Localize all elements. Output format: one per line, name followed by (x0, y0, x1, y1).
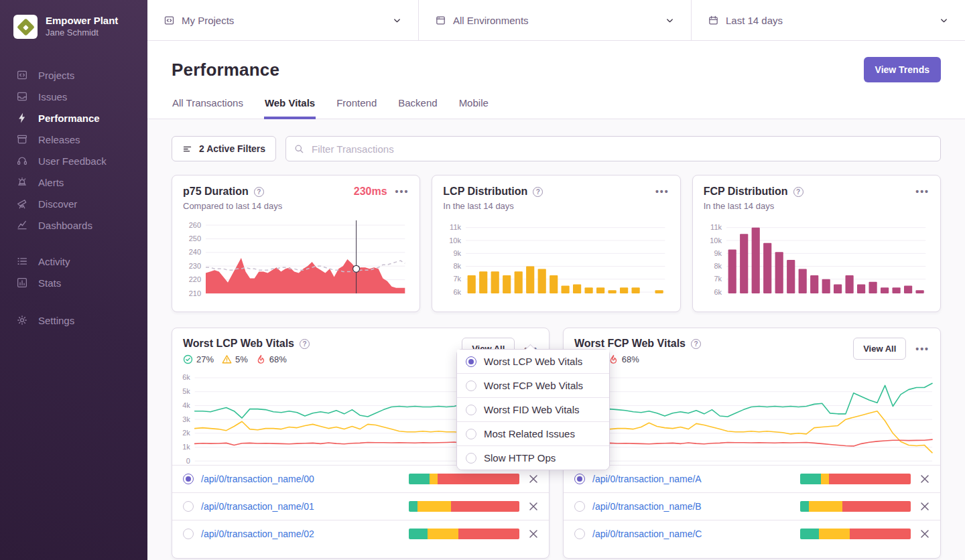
sidebar-item-performance[interactable]: Performance (0, 107, 147, 129)
lcp-distribution-chart[interactable]: 11k10k9k8k7k6k (443, 218, 669, 297)
view-all-button[interactable]: View All (853, 338, 906, 360)
org-switcher[interactable]: Empower Plant Jane Schmidt (0, 0, 147, 46)
alerts-icon (16, 176, 28, 188)
sidebar-item-user-feedback[interactable]: User Feedback (0, 150, 147, 171)
close-icon[interactable] (529, 529, 538, 539)
worst-fcp-card: Worst FCP Web Vitals ? 5% 68% (563, 328, 941, 559)
tab-backend[interactable]: Backend (397, 93, 438, 119)
card-subtitle: In the last 14 days (443, 201, 669, 211)
fire-icon (256, 354, 266, 364)
sidebar-item-projects[interactable]: Projects (0, 64, 147, 86)
environment-filter-dropdown[interactable]: All Environments (419, 0, 692, 40)
help-icon[interactable]: ? (254, 187, 264, 197)
tab-all-transactions[interactable]: All Transactions (172, 93, 244, 119)
sidebar-item-label: Projects (38, 70, 74, 81)
p75-duration-chart[interactable]: 260250240230220210 (183, 218, 409, 297)
main-area: My Projects All Environments Last 14 day… (147, 0, 965, 560)
row-radio[interactable] (574, 501, 585, 512)
sidebar-nav: Projects Issues Performance Releases Use… (0, 64, 147, 331)
svg-text:11k: 11k (450, 223, 461, 231)
row-radio[interactable] (574, 474, 585, 484)
vitals-badges: 27% 5% 68% (183, 354, 310, 364)
more-options-button[interactable]: ••• (655, 187, 669, 196)
chevron-down-icon (392, 15, 402, 25)
sidebar-item-activity[interactable]: Activity (0, 251, 147, 272)
card-title: Worst FCP Web Vitals (574, 338, 686, 350)
lcp-distribution-card: LCP Distribution ? ••• In the last 14 da… (432, 175, 680, 312)
dashboards-icon (16, 219, 28, 231)
stats-icon (16, 277, 28, 289)
menu-radio (466, 429, 476, 439)
more-options-button[interactable]: ••• (395, 187, 409, 196)
sidebar-item-label: Alerts (38, 177, 64, 188)
svg-text:5k: 5k (182, 387, 190, 395)
svg-text:9k: 9k (714, 249, 722, 257)
close-icon[interactable] (920, 529, 929, 539)
user-feedback-icon (16, 155, 28, 167)
sidebar-item-label: User Feedback (38, 155, 107, 167)
more-options-button[interactable]: ••• (915, 344, 929, 354)
help-icon[interactable]: ? (691, 339, 701, 349)
transaction-link[interactable]: /api/0/transaction_name/01 (201, 501, 314, 512)
row-radio[interactable] (574, 529, 585, 539)
sidebar-item-stats[interactable]: Stats (0, 272, 147, 293)
filter-icon (182, 144, 192, 154)
sidebar-item-issues[interactable]: Issues (0, 86, 147, 107)
vitals-distribution-bar (800, 529, 911, 539)
help-icon[interactable]: ? (793, 187, 803, 197)
menu-item-worst-fcp[interactable]: Worst FCP Web Vitals (457, 373, 609, 397)
svg-text:2k: 2k (182, 429, 190, 437)
row-radio[interactable] (183, 529, 194, 539)
menu-item-worst-fid[interactable]: Worst FID Web Vitals (457, 397, 609, 421)
transaction-link[interactable]: /api/0/transaction_name/C (592, 529, 702, 539)
row-radio[interactable] (183, 501, 194, 512)
sidebar-item-settings[interactable]: Settings (0, 309, 147, 331)
transaction-link[interactable]: /api/0/transaction_name/00 (201, 474, 314, 484)
project-filter-dropdown[interactable]: My Projects (147, 0, 419, 40)
sidebar-item-dashboards[interactable]: Dashboards (0, 214, 147, 236)
row-radio[interactable] (183, 474, 194, 484)
topbar: My Projects All Environments Last 14 day… (147, 0, 965, 41)
discover-icon (16, 198, 28, 210)
menu-item-slow-http-ops[interactable]: Slow HTTP Ops (457, 445, 609, 470)
meh-badge: 5% (222, 354, 248, 364)
fcp-distribution-chart[interactable]: 11k10k9k8k7k6k (704, 218, 929, 297)
menu-item-worst-lcp[interactable]: Worst LCP Web Vitals (457, 350, 609, 373)
date-range-dropdown[interactable]: Last 14 days (692, 0, 965, 40)
close-icon[interactable] (529, 502, 538, 511)
sidebar-item-discover[interactable]: Discover (0, 193, 147, 214)
close-icon[interactable] (920, 474, 929, 484)
sidebar-item-releases[interactable]: Releases (0, 129, 147, 150)
table-row: /api/0/transaction_name/01 (172, 492, 549, 520)
tab-mobile[interactable]: Mobile (458, 93, 489, 119)
transaction-link[interactable]: /api/0/transaction_name/A (592, 474, 702, 484)
active-filters-button[interactable]: 2 Active Filters (172, 136, 276, 161)
svg-text:250: 250 (189, 234, 201, 242)
view-trends-button[interactable]: View Trends (864, 57, 941, 82)
help-icon[interactable]: ? (533, 187, 543, 197)
close-icon[interactable] (529, 474, 538, 484)
svg-text:11k: 11k (710, 223, 722, 231)
sidebar-item-alerts[interactable]: Alerts (0, 171, 147, 193)
transaction-link[interactable]: /api/0/transaction_name/B (592, 501, 702, 512)
vitals-distribution-bar (800, 474, 911, 484)
help-icon[interactable]: ? (300, 339, 310, 349)
sidebar-item-label: Stats (38, 277, 61, 289)
vitals-distribution-bar (409, 501, 519, 512)
sidebar-item-label: Settings (38, 315, 74, 326)
worst-fcp-trend-chart[interactable]: 6k5k4k3k2k1k0 (564, 367, 940, 465)
svg-text:6k: 6k (714, 288, 722, 296)
svg-text:220: 220 (189, 275, 201, 283)
more-options-button[interactable]: ••• (915, 187, 929, 196)
transaction-link[interactable]: /api/0/transaction_name/02 (201, 529, 314, 539)
menu-radio (466, 405, 476, 415)
menu-item-most-related-issues[interactable]: Most Related Issues (457, 421, 609, 445)
sidebar-item-label: Activity (38, 256, 70, 267)
tab-web-vitals[interactable]: Web Vitals (264, 93, 316, 119)
vitals-distribution-bar (409, 474, 519, 484)
good-badge: 27% (183, 354, 214, 364)
table-row: /api/0/transaction_name/A (564, 465, 940, 492)
search-input[interactable] (285, 136, 941, 161)
tab-frontend[interactable]: Frontend (336, 93, 377, 119)
close-icon[interactable] (920, 502, 929, 511)
